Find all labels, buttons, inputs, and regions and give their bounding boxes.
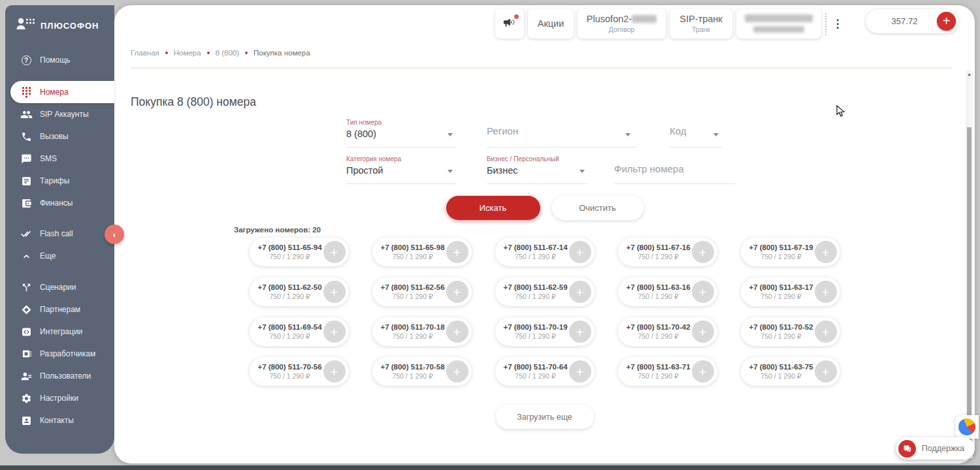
add-number-button[interactable]: + bbox=[815, 241, 837, 263]
promotions-button[interactable]: Акции bbox=[528, 8, 574, 39]
number-price: 750 / 1 290 ₽ bbox=[269, 332, 310, 340]
phone-number: +7 (800) 511-62-50 bbox=[257, 283, 321, 291]
plus-icon: + bbox=[698, 245, 706, 259]
filter-number-type-select[interactable]: Тип номера 8 (800) bbox=[346, 115, 456, 148]
filter-code-select[interactable]: Код bbox=[670, 115, 722, 148]
phone-caption-blurred bbox=[753, 26, 804, 33]
sidebar-item-integrations[interactable]: Интеграции bbox=[5, 321, 114, 343]
add-number-button[interactable]: + bbox=[323, 281, 346, 303]
sidebar-item-flash-call[interactable]: Flash call bbox=[5, 223, 114, 245]
sidebar-item-help[interactable]: ? Помощь bbox=[5, 49, 114, 71]
sidebar-item-calls[interactable]: Вызовы bbox=[5, 125, 114, 148]
sidebar-item-tariffs[interactable]: Тарифы bbox=[5, 170, 114, 192]
sidebar-item-scenarios[interactable]: Сценарии bbox=[5, 276, 114, 298]
filter-category-select[interactable]: Категория номера Простой bbox=[346, 151, 456, 184]
sidebar-item-finance[interactable]: Финансы bbox=[5, 192, 114, 214]
sidebar-item-settings[interactable]: Настройки bbox=[5, 387, 114, 409]
breadcrumb-numbers[interactable]: Номера bbox=[174, 49, 201, 57]
sidebar-collapse-button[interactable]: ‹ bbox=[105, 225, 124, 244]
sidebar-item-label: Настройки bbox=[40, 394, 78, 403]
header-separator bbox=[825, 13, 826, 35]
number-price: 750 / 1 290 ₽ bbox=[269, 292, 310, 300]
plus-icon: + bbox=[330, 285, 338, 299]
add-number-button[interactable]: + bbox=[446, 281, 468, 303]
add-number-button[interactable]: + bbox=[692, 321, 714, 343]
trunk-selector[interactable]: SIP-транк Транк bbox=[670, 8, 732, 39]
add-number-button[interactable]: + bbox=[692, 241, 714, 263]
search-button[interactable]: Искать bbox=[446, 196, 540, 220]
plus-icon: + bbox=[453, 365, 461, 379]
phone-number: +7 (800) 511-63-71 bbox=[626, 363, 690, 371]
sidebar-item-developers[interactable]: Разработчикам bbox=[5, 343, 114, 365]
add-number-button[interactable]: + bbox=[323, 360, 346, 383]
number-card: +7 (800) 511-62-59 750 / 1 290 ₽ + bbox=[495, 277, 595, 306]
promotions-notification-button[interactable] bbox=[495, 8, 524, 39]
add-number-button[interactable]: + bbox=[569, 360, 591, 383]
account-selector[interactable]: Plusofon2- Договор bbox=[578, 8, 666, 39]
brand-logo[interactable]: ПЛЮСОФОН bbox=[5, 5, 114, 35]
clear-button[interactable]: Очистить bbox=[552, 196, 644, 220]
add-number-button[interactable]: + bbox=[815, 281, 837, 303]
add-number-button[interactable]: + bbox=[446, 241, 468, 263]
balance-amount: 357.72 bbox=[866, 16, 937, 26]
main-content-card: Акции Plusofon2- Договор SIP-транк Транк… bbox=[114, 5, 975, 463]
trunk-title: SIP-транк bbox=[679, 14, 722, 24]
page-title: Покупка 8 (800) номера bbox=[131, 95, 256, 109]
chip-icon bbox=[20, 347, 33, 360]
add-funds-button[interactable]: + bbox=[937, 12, 956, 31]
sidebar-item-users[interactable]: Пользователи bbox=[5, 365, 114, 387]
call-split-icon bbox=[20, 281, 33, 294]
plus-icon: + bbox=[943, 14, 951, 29]
sidebar-item-label: Еще bbox=[40, 251, 56, 260]
phone-number: +7 (800) 511-67-16 bbox=[626, 243, 690, 251]
sidebar-item-partners[interactable]: Партнерам bbox=[5, 298, 114, 321]
widget-card[interactable] bbox=[955, 415, 979, 439]
phone-number: +7 (800) 511-70-42 bbox=[626, 323, 690, 331]
support-label: Поддержка bbox=[922, 444, 964, 453]
add-number-button[interactable]: + bbox=[569, 281, 591, 303]
breadcrumb-home[interactable]: Главная bbox=[131, 49, 159, 57]
add-number-button[interactable]: + bbox=[569, 241, 591, 263]
load-more-button[interactable]: Загрузить еще bbox=[496, 405, 594, 429]
filter-category-label: Категория номера bbox=[346, 151, 456, 163]
add-number-button[interactable]: + bbox=[446, 321, 468, 343]
chat-support-icon bbox=[898, 440, 916, 458]
scrollbar-thumb[interactable] bbox=[967, 127, 972, 449]
chevron-down-icon bbox=[713, 133, 719, 136]
phone-number-selector[interactable] bbox=[736, 8, 821, 39]
number-filter-input[interactable] bbox=[614, 151, 735, 174]
vertical-scrollbar[interactable]: ▲ ▼ bbox=[966, 70, 973, 458]
number-price: 750 / 1 290 ₽ bbox=[638, 372, 678, 380]
kebab-menu-icon[interactable]: ⋮ bbox=[831, 10, 844, 37]
sidebar-item-sms[interactable]: SMS bbox=[5, 148, 114, 170]
add-number-button[interactable]: + bbox=[323, 241, 346, 263]
filter-business-select[interactable]: Бизнес / Персональный Бизнес bbox=[487, 151, 588, 184]
plus-icon: + bbox=[821, 365, 829, 379]
balance-pill[interactable]: 357.72 + bbox=[866, 9, 958, 33]
sidebar-item-numbers[interactable]: Номера bbox=[10, 81, 114, 103]
breadcrumb-dot bbox=[165, 52, 168, 54]
sidebar-item-sip-accounts[interactable]: SIP Аккаунты bbox=[5, 103, 114, 125]
loaded-count-label: Загружено номеров: 20 bbox=[234, 226, 321, 234]
add-number-button[interactable]: + bbox=[446, 360, 468, 383]
scroll-up-arrow-icon[interactable]: ▲ bbox=[966, 70, 973, 78]
sidebar-item-label: SMS bbox=[40, 154, 57, 163]
filter-region-select[interactable]: Регион bbox=[487, 115, 637, 148]
add-number-button[interactable]: + bbox=[569, 321, 591, 343]
sidebar-item-more[interactable]: Еще bbox=[5, 245, 114, 267]
add-number-button[interactable]: + bbox=[692, 360, 714, 383]
phone-number: +7 (800) 511-70-58 bbox=[380, 363, 444, 371]
add-number-button[interactable]: + bbox=[815, 321, 837, 343]
sidebar-item-label: Интеграции bbox=[40, 327, 82, 336]
add-number-button[interactable]: + bbox=[692, 281, 714, 303]
sidebar-item-label: Flash call bbox=[40, 229, 73, 238]
sidebar-item-contacts[interactable]: Контакты bbox=[5, 409, 114, 431]
add-number-button[interactable]: + bbox=[323, 321, 346, 343]
support-button[interactable]: Поддержка bbox=[896, 437, 975, 460]
plus-icon: + bbox=[698, 365, 706, 379]
breadcrumb-8800[interactable]: 8 (800) bbox=[216, 49, 239, 57]
plus-icon: + bbox=[576, 325, 583, 339]
number-card: +7 (800) 511-70-18 750 / 1 290 ₽ + bbox=[372, 317, 472, 346]
add-number-button[interactable]: + bbox=[815, 360, 837, 383]
phone-number: +7 (800) 511-63-75 bbox=[749, 363, 813, 371]
